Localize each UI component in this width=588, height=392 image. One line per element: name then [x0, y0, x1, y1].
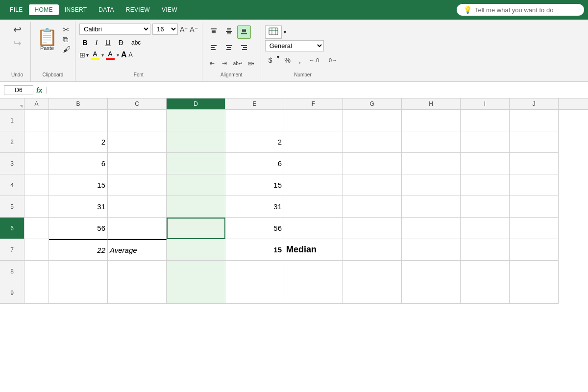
cell-C9[interactable]	[108, 282, 167, 304]
cell-B7[interactable]: 22	[49, 239, 108, 261]
cell-B1[interactable]	[49, 110, 108, 131]
cell-C4[interactable]	[108, 174, 167, 196]
cell-E7[interactable]: 15	[225, 239, 284, 261]
row-header-2[interactable]: 2	[0, 131, 24, 153]
cell-B4[interactable]: 15	[49, 174, 108, 196]
cell-D4[interactable]	[167, 174, 225, 196]
cell-I3[interactable]	[461, 153, 510, 174]
align-top-button[interactable]	[207, 25, 220, 39]
cell-A9[interactable]	[24, 282, 49, 304]
row-header-3[interactable]: 3	[0, 153, 24, 174]
cell-C6[interactable]	[108, 218, 167, 239]
decrease-decimal-button[interactable]: ←.0	[306, 54, 322, 66]
cut-button[interactable]: ✂	[62, 25, 71, 34]
font-name-select[interactable]: Calibri Arial Times New Roman	[79, 24, 150, 35]
percent-button[interactable]: %	[281, 54, 294, 66]
cell-F9[interactable]	[284, 282, 343, 304]
formula-icon[interactable]: fx	[36, 87, 47, 94]
row-header-8[interactable]: 8	[0, 261, 24, 282]
strikethrough2-button[interactable]: abc	[128, 38, 144, 48]
cell-H7[interactable]	[402, 239, 461, 261]
cell-B3[interactable]: 6	[49, 153, 108, 174]
cell-B5[interactable]: 31	[49, 196, 108, 218]
cell-E1[interactable]	[225, 110, 284, 131]
format-table-dropdown[interactable]: ▾	[284, 29, 286, 35]
strikethrough-button[interactable]: D	[116, 37, 126, 48]
cell-I8[interactable]	[461, 261, 510, 282]
cell-A4[interactable]	[24, 174, 49, 196]
cell-C8[interactable]	[108, 261, 167, 282]
cell-A3[interactable]	[24, 153, 49, 174]
merge-center-button[interactable]: ⊞▾	[246, 58, 256, 69]
menu-file[interactable]: FILE	[4, 4, 29, 15]
font-size-a-button[interactable]: A	[121, 50, 127, 59]
font-decrease-button[interactable]: A⁻	[190, 25, 197, 33]
col-header-B[interactable]: B	[49, 98, 108, 109]
cell-F6[interactable]	[284, 218, 343, 239]
menu-home[interactable]: HOME	[29, 4, 59, 15]
cell-I6[interactable]	[461, 218, 510, 239]
col-header-H[interactable]: H	[402, 98, 461, 109]
fill-color-button[interactable]: A	[91, 50, 99, 60]
font-size-select[interactable]: 16 11 12 14 18	[152, 24, 178, 35]
wrap-text-button[interactable]: ab↵	[231, 58, 245, 69]
cell-F8[interactable]	[284, 261, 343, 282]
cell-F2[interactable]	[284, 131, 343, 153]
col-header-F[interactable]: F	[284, 98, 343, 109]
cell-F1[interactable]	[284, 110, 343, 131]
row-header-7[interactable]: 7	[0, 239, 24, 261]
cell-D2[interactable]	[167, 131, 225, 153]
cell-G6[interactable]	[343, 218, 402, 239]
col-header-J[interactable]: J	[510, 98, 559, 109]
currency-dropdown[interactable]: ▾	[277, 54, 279, 66]
cell-E3[interactable]: 6	[225, 153, 284, 174]
align-right-button[interactable]	[237, 42, 251, 55]
cell-J1[interactable]	[510, 110, 559, 131]
increase-decimal-button[interactable]: .0→	[324, 54, 341, 66]
comma-button[interactable]: ,	[295, 54, 304, 66]
underline-button[interactable]: U	[102, 37, 114, 48]
cell-E6[interactable]: 56	[225, 218, 284, 239]
cell-H3[interactable]	[402, 153, 461, 174]
cell-G7[interactable]	[343, 239, 402, 261]
cell-B2[interactable]: 2	[49, 131, 108, 153]
paste-button[interactable]: 📋 Paste	[35, 27, 59, 52]
undo-button[interactable]: ↩	[12, 24, 23, 35]
format-painter-button[interactable]: 🖌	[62, 45, 71, 54]
col-header-A[interactable]: A	[24, 98, 49, 109]
cell-H5[interactable]	[402, 196, 461, 218]
menu-review[interactable]: REVIEW	[120, 4, 156, 15]
cell-I7[interactable]	[461, 239, 510, 261]
cell-H8[interactable]	[402, 261, 461, 282]
cell-E9[interactable]	[225, 282, 284, 304]
col-header-C[interactable]: C	[108, 98, 167, 109]
cell-F3[interactable]	[284, 153, 343, 174]
cell-A1[interactable]	[24, 110, 49, 131]
font-color-dropdown[interactable]: ▾	[117, 52, 119, 58]
cell-J4[interactable]	[510, 174, 559, 196]
cell-I1[interactable]	[461, 110, 510, 131]
menu-data[interactable]: DATA	[93, 4, 120, 15]
cell-J9[interactable]	[510, 282, 559, 304]
cell-F5[interactable]	[284, 196, 343, 218]
cell-name-box[interactable]: D6	[4, 85, 33, 95]
cell-A8[interactable]	[24, 261, 49, 282]
select-all-button[interactable]	[0, 98, 24, 109]
col-header-E[interactable]: E	[225, 98, 284, 109]
formula-input[interactable]	[49, 86, 584, 94]
cell-I4[interactable]	[461, 174, 510, 196]
menu-view[interactable]: VIEW	[156, 4, 183, 15]
cell-G3[interactable]	[343, 153, 402, 174]
cell-C5[interactable]	[108, 196, 167, 218]
cell-E4[interactable]: 15	[225, 174, 284, 196]
cell-J3[interactable]	[510, 153, 559, 174]
cell-G1[interactable]	[343, 110, 402, 131]
cell-A2[interactable]	[24, 131, 49, 153]
cell-A6[interactable]	[24, 218, 49, 239]
cell-A7[interactable]	[24, 239, 49, 261]
cell-I9[interactable]	[461, 282, 510, 304]
cell-D7[interactable]	[167, 239, 225, 261]
cell-C7[interactable]: Average	[108, 239, 167, 261]
cell-B6[interactable]: 56	[49, 218, 108, 239]
italic-button[interactable]: I	[93, 37, 100, 48]
